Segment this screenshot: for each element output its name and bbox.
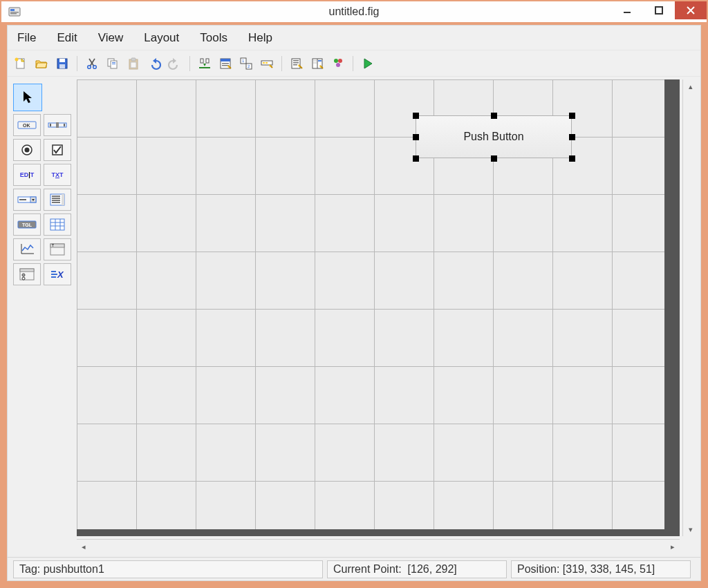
scroll-right-icon[interactable]: ▸ [666,540,680,554]
svg-rect-52 [318,60,322,61]
status-cp-value: [126, 292] [408,563,457,576]
open-folder-icon[interactable] [32,55,50,73]
save-icon[interactable] [53,55,71,73]
text-tool[interactable]: TXT [44,164,71,186]
svg-rect-4 [624,12,631,13]
buttongroup-tool[interactable] [13,263,41,285]
resize-handle-n[interactable] [491,113,497,119]
new-file-icon[interactable] [12,55,30,73]
titlebar: untitled.fig [1,1,707,22]
resize-handle-s[interactable] [491,155,497,162]
app-window: untitled.fig File Edit View Layout Tools… [0,0,708,588]
align-icon[interactable] [196,55,214,73]
status-cp-label: Current Point: [333,563,402,576]
slider-tool[interactable] [44,114,71,136]
select-tool[interactable] [13,84,42,111]
svg-rect-80 [50,219,64,230]
cut-icon[interactable] [83,55,101,73]
svg-rect-11 [59,59,65,62]
menu-edit[interactable]: Edit [53,29,81,47]
resize-handle-e[interactable] [569,134,575,140]
svg-rect-26 [201,59,203,63]
edit-tool[interactable]: ED|T [13,164,41,186]
svg-rect-51 [313,62,317,64]
pushbutton-tool[interactable]: OK [13,114,41,136]
table-tool[interactable] [44,214,71,236]
horizontal-scrollbar[interactable]: ◂ ▸ [77,539,680,554]
design-canvas[interactable]: Push Button [77,79,680,536]
toolbar-separator [353,56,353,71]
menu-tools[interactable]: Tools [196,29,232,47]
scroll-up-icon[interactable]: ▴ [683,79,698,93]
svg-text:TGL: TGL [22,222,32,227]
svg-rect-20 [112,64,115,64]
radiobutton-tool[interactable] [13,139,41,161]
panel-tool[interactable]: T [44,238,71,260]
status-pos-value: [319, 338, 145, 51] [563,563,655,576]
toolbar-separator [281,56,282,71]
svg-point-9 [15,57,19,61]
svg-point-16 [93,65,97,68]
figure-edge-right [664,79,680,536]
maximize-button[interactable] [643,1,675,19]
workarea: OK ED|T TXT [8,77,700,557]
object-browser-icon[interactable] [329,55,347,73]
svg-text:X: X [57,269,64,280]
run-icon[interactable] [359,55,377,73]
tab-order-icon[interactable]: 12 [237,55,255,73]
resize-handle-ne[interactable] [569,113,575,119]
window-buttons [611,1,707,22]
toolbar-editor-icon[interactable] [258,55,276,73]
paste-icon[interactable] [124,55,142,73]
svg-rect-5 [655,7,662,14]
scroll-down-icon[interactable]: ▾ [683,522,698,536]
resize-handle-w[interactable] [413,134,419,140]
canvas-wrap: Push Button ▴ ▾ [77,79,698,554]
menu-layout[interactable]: Layout [140,29,183,47]
placed-pushbutton[interactable]: Push Button [416,115,572,158]
copy-icon[interactable] [104,55,122,73]
scroll-left-icon[interactable]: ◂ [77,540,91,554]
minimize-button[interactable] [611,1,643,19]
resize-handle-se[interactable] [569,155,575,162]
svg-rect-76 [52,202,60,203]
resize-handle-sw[interactable] [413,155,419,162]
editor-icon[interactable] [288,55,306,73]
svg-rect-2 [10,12,19,13]
property-inspector-icon[interactable] [308,55,326,73]
status-pos-label: Position: [517,563,559,576]
menu-view[interactable]: View [94,29,128,47]
menu-editor-icon[interactable] [216,55,234,73]
svg-rect-41 [266,62,268,64]
window-title: untitled.fig [329,6,380,18]
toggle-tool[interactable]: TGL [13,214,41,236]
svg-rect-62 [50,124,51,126]
menu-file[interactable]: File [13,29,40,47]
resize-handle-nw[interactable] [413,113,419,119]
component-palette: OK ED|T TXT [10,79,74,290]
activex-tool[interactable]: X [44,263,71,285]
scroll-corner [682,539,698,554]
menu-help[interactable]: Help [244,29,277,47]
vertical-scrollbar[interactable]: ▴ ▾ [682,79,698,536]
statusbar: Tag: pushbutton1 Current Point: [126, 29… [8,557,700,580]
redo-icon[interactable] [166,55,184,73]
svg-rect-27 [206,59,209,63]
checkbox-tool[interactable] [44,139,71,161]
svg-marker-25 [173,58,176,64]
svg-point-54 [334,59,338,63]
status-tag-label: Tag: [19,563,40,576]
placed-pushbutton-label: Push Button [463,131,523,143]
svg-rect-22 [131,58,136,61]
close-button[interactable] [675,1,707,19]
svg-marker-57 [364,59,372,68]
svg-rect-46 [293,64,297,66]
axes-tool[interactable] [13,238,41,260]
popup-tool[interactable] [13,189,41,211]
undo-icon[interactable] [145,55,163,73]
svg-rect-18 [111,61,117,68]
menubar: File Edit View Layout Tools Help [8,26,700,50]
svg-rect-19 [112,62,115,63]
listbox-tool[interactable] [44,189,71,211]
svg-rect-91 [20,269,34,272]
